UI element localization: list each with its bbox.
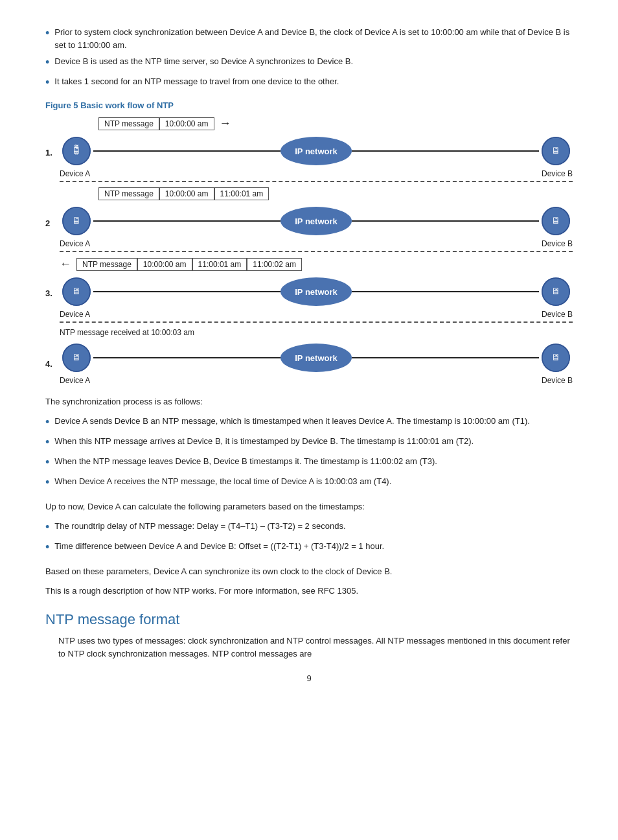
device-a-icon-2: 🖥 xyxy=(60,204,93,238)
label-device-b-2: Device B xyxy=(542,239,573,248)
step-1-content: NTP message 10:00:00 am → ≋ ⌂ 🖥 IP netwo… xyxy=(60,117,573,187)
sync-bullets: • Device A sends Device B an NTP message… xyxy=(45,415,573,491)
msg-box-time3a: 10:00:00 am xyxy=(137,258,192,271)
step-2-msg: NTP message 10:00:00 am 11:00:01 am xyxy=(60,187,573,200)
step-2-network: 🖥 IP network 🖥 xyxy=(60,204,573,238)
ntp-diagram: 1. NTP message 10:00:00 am → ≋ ⌂ 🖥 xyxy=(45,117,573,385)
bullet-3: • It takes 1 second for an NTP message t… xyxy=(45,75,573,91)
step-4-labels: Device A Device B xyxy=(60,376,573,385)
step-4-note-text: NTP message received at 10:00:03 am xyxy=(60,328,194,337)
line-right-3 xyxy=(352,291,539,292)
sync-bullet-2-text: When this NTP message arrives at Device … xyxy=(54,435,474,448)
label-device-a-4: Device A xyxy=(60,376,90,385)
label-device-a-1: Device A xyxy=(60,169,90,178)
sync-bullet-1-text: Device A sends Device B an NTP message, … xyxy=(54,415,530,428)
intro-bullets: • Prior to system clock synchronization … xyxy=(45,26,573,91)
step-1-labels: Device A Device B xyxy=(60,169,573,178)
line-right-1 xyxy=(352,150,539,152)
msg-box-ntp3: NTP message xyxy=(76,258,137,271)
step-1-network: ≋ ⌂ 🖥 IP network 🖥 xyxy=(60,134,573,168)
sync-intro: The synchronization process is as follow… xyxy=(45,395,573,408)
msg-box-ntp2: NTP message xyxy=(98,187,159,200)
svg-text:🖥: 🖥 xyxy=(551,145,560,156)
bullet-dot: • xyxy=(45,54,49,71)
bullet-3-text: It takes 1 second for an NTP message to … xyxy=(54,75,339,88)
label-device-a-3: Device A xyxy=(60,310,90,319)
step-3-content: ← NTP message 10:00:00 am 11:00:01 am 11… xyxy=(60,257,573,328)
svg-text:🖥: 🖥 xyxy=(551,286,560,296)
step-2-number: 2 xyxy=(45,187,60,228)
calc-intro: Up to now, Device A can calculate the fo… xyxy=(45,500,573,513)
label-device-b-1: Device B xyxy=(542,169,573,178)
calc-bullet-1: • The roundtrip delay of NTP message: De… xyxy=(45,520,573,536)
device-b-icon-4: 🖥 xyxy=(539,341,573,375)
page-number: 9 xyxy=(45,673,573,683)
svg-text:🖥: 🖥 xyxy=(551,352,560,362)
calc-bullets: • The roundtrip delay of NTP message: De… xyxy=(45,520,573,556)
device-b-icon-1: 🖥 xyxy=(539,134,573,168)
label-spacer-1 xyxy=(90,169,542,178)
step-3-msg: ← NTP message 10:00:00 am 11:00:01 am 11… xyxy=(60,257,573,271)
device-a-icon-4: 🖥 xyxy=(60,341,93,375)
ip-network-3: IP network xyxy=(280,277,352,306)
step-3: 3. ← NTP message 10:00:00 am 11:00:01 am… xyxy=(45,257,573,328)
msg-box-time2b: 11:00:01 am xyxy=(214,187,269,200)
calc-bullet-2-text: Time difference between Device A and Dev… xyxy=(54,540,384,553)
bullet-dot: • xyxy=(45,74,49,91)
msg-box-time1: 10:00:00 am xyxy=(159,117,214,130)
line-right-2 xyxy=(352,220,539,222)
step-4-content: NTP message received at 10:00:03 am 🖥 IP… xyxy=(60,328,573,385)
step-4-network: 🖥 IP network 🖥 xyxy=(60,341,573,375)
svg-text:🖥: 🖥 xyxy=(72,286,81,296)
figure-title: Figure 5 Basic work flow of NTP xyxy=(45,100,573,110)
step-3-labels: Device A Device B xyxy=(60,310,573,319)
msg-box-time3c: 11:00:02 am xyxy=(247,258,302,271)
sync-bullet-4: • When Device A receives the NTP message… xyxy=(45,475,573,491)
bullet-2: • Device B is used as the NTP time serve… xyxy=(45,55,573,71)
arrow-left-3: ← xyxy=(60,257,71,271)
line-left-4 xyxy=(93,357,280,358)
calc-bullet-2: • Time difference between Device A and D… xyxy=(45,540,573,556)
calc-bullet-1-text: The roundtrip delay of NTP message: Dela… xyxy=(54,520,345,533)
arrow-right-1: → xyxy=(220,117,231,130)
sync-bullet-3-text: When the NTP message leaves Device B, De… xyxy=(54,455,437,468)
msg-box-time2a: 10:00:00 am xyxy=(159,187,214,200)
dashed-3 xyxy=(60,321,573,323)
svg-text:🖥: 🖥 xyxy=(72,352,81,362)
sync-bullet-1: • Device A sends Device B an NTP message… xyxy=(45,415,573,431)
label-device-b-4: Device B xyxy=(542,376,573,385)
line-right-4 xyxy=(352,357,539,358)
label-device-a-2: Device A xyxy=(60,239,90,248)
step-3-network: 🖥 IP network 🖥 xyxy=(60,275,573,309)
step-2-content: NTP message 10:00:00 am 11:00:01 am 🖥 IP… xyxy=(60,187,573,257)
step-4-number: 4. xyxy=(45,328,60,369)
step-3-number: 3. xyxy=(45,257,60,298)
step-4-note: NTP message received at 10:00:03 am xyxy=(60,328,573,337)
line-left-1 xyxy=(93,150,280,152)
svg-text:🖥: 🖥 xyxy=(551,215,560,226)
section-heading: NTP message format xyxy=(45,611,573,628)
ip-network-2: IP network xyxy=(280,207,352,235)
svg-text:🖥: 🖥 xyxy=(72,145,81,156)
bullet-dot: • xyxy=(45,25,49,42)
step-1-number: 1. xyxy=(45,117,60,158)
ip-network-1: IP network xyxy=(280,137,352,165)
step-2-labels: Device A Device B xyxy=(60,239,573,248)
sync-bullet-2: • When this NTP message arrives at Devic… xyxy=(45,435,573,451)
dashed-2 xyxy=(60,251,573,252)
ip-network-4: IP network xyxy=(280,344,352,372)
conclusion-1: Based on these parameters, Device A can … xyxy=(45,565,573,578)
line-left-2 xyxy=(93,220,280,222)
section-para: NTP uses two types of messages: clock sy… xyxy=(45,635,573,660)
device-a-icon-1: ≋ ⌂ 🖥 xyxy=(60,134,93,168)
step-4: 4. NTP message received at 10:00:03 am 🖥… xyxy=(45,328,573,385)
line-left-3 xyxy=(93,291,280,292)
bullet-1-text: Prior to system clock synchronization be… xyxy=(54,26,573,51)
device-b-icon-2: 🖥 xyxy=(539,204,573,238)
label-device-b-3: Device B xyxy=(542,310,573,319)
msg-box-ntp1: NTP message xyxy=(98,117,159,130)
device-a-icon-3: 🖥 xyxy=(60,275,93,309)
conclusion-2: This is a rough description of how NTP w… xyxy=(45,585,573,598)
step-1: 1. NTP message 10:00:00 am → ≋ ⌂ 🖥 xyxy=(45,117,573,187)
step-2: 2 NTP message 10:00:00 am 11:00:01 am 🖥 … xyxy=(45,187,573,257)
